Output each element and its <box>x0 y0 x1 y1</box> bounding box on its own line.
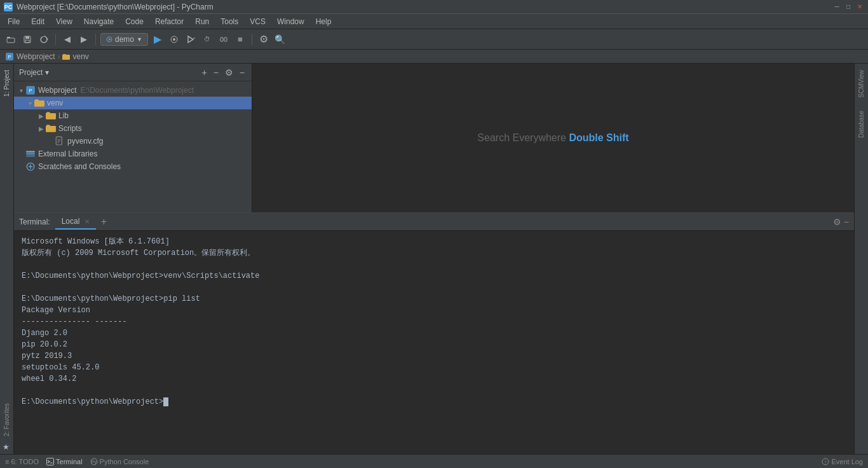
right-tab-scmview[interactable]: SCMView <box>855 66 867 102</box>
status-todo[interactable]: ≡ 6: TODO <box>5 458 39 465</box>
terminal-line-3 <box>22 259 846 270</box>
terminal-line-2: 版权所有 (c) 2009 Microsoft Corporation。保留所有… <box>22 247 846 259</box>
status-python-console[interactable]: Py Python Console <box>90 458 149 465</box>
breadcrumb-venv[interactable]: venv <box>72 52 88 61</box>
menu-vcs[interactable]: VCS <box>245 16 271 27</box>
menu-edit[interactable]: Edit <box>26 16 50 27</box>
terminal-minimize-btn[interactable]: − <box>844 217 849 227</box>
restore-button[interactable]: □ <box>844 3 853 11</box>
terminal-settings-btn[interactable]: ⚙ <box>833 217 841 227</box>
svg-rect-12 <box>220 38 223 41</box>
tree-label-scratches: Scratches and Consoles <box>38 162 121 171</box>
status-bar: ≡ 6: TODO Terminal Py Python Console ! E… <box>0 454 868 468</box>
terminal-line-15: E:\Documents\python\Webproject> <box>22 396 846 408</box>
menu-refactor[interactable]: Refactor <box>150 16 189 27</box>
tree-item-external-libs[interactable]: External Libraries <box>14 148 252 160</box>
tree-label-ext-libs: External Libraries <box>38 149 97 158</box>
tree-item-pyvenv[interactable]: pyvenv.cfg <box>14 135 252 148</box>
tree-label-pyvenv: pyvenv.cfg <box>67 137 103 146</box>
tree-arrow-webproject: ▾ <box>17 87 25 94</box>
svg-rect-18 <box>56 137 62 145</box>
close-button[interactable]: ✕ <box>855 3 864 11</box>
svg-rect-1 <box>7 38 15 43</box>
terminal-line-4: E:\Documents\python\Webproject>venv\Scri… <box>22 270 846 282</box>
terminal-tab-close[interactable]: ✕ <box>85 218 90 225</box>
svg-rect-3 <box>25 36 29 39</box>
run-config-selector[interactable]: demo ▼ <box>100 33 148 46</box>
terminal-line-1: Microsoft Windows [版本 6.1.7601] <box>22 236 846 247</box>
terminal-cursor <box>163 397 168 406</box>
debug-button[interactable] <box>167 32 181 46</box>
toolbar-sync[interactable] <box>37 32 51 46</box>
tree-item-webproject[interactable]: ▾ P Webproject E:\Documents\python\Webpr… <box>14 84 252 97</box>
tree-item-scratches[interactable]: Scratches and Consoles <box>14 160 252 173</box>
menu-help[interactable]: Help <box>311 16 337 27</box>
folder-scripts-icon <box>46 123 56 134</box>
run-config-dropdown-arrow: ▼ <box>137 36 142 43</box>
toolbar-open-dir[interactable] <box>4 32 18 46</box>
terminal-tab-local[interactable]: Local ✕ <box>55 214 96 230</box>
terminal-line-9: Django 2.0 <box>22 327 846 339</box>
tree-item-scripts[interactable]: ▶ Scripts <box>14 122 252 135</box>
menu-navigate[interactable]: Navigate <box>79 16 119 27</box>
tree-item-venv[interactable]: ▾ venv <box>14 97 252 109</box>
right-tab-database[interactable]: Database <box>855 107 867 142</box>
toolbar-search[interactable]: 🔍 <box>273 32 287 46</box>
tree-path-webproject: E:\Documents\python\Webproject <box>80 86 194 95</box>
tree-label-webproject: Webproject <box>38 86 76 95</box>
project-panel-title[interactable]: Project ▾ <box>19 68 49 77</box>
terminal-add-tab[interactable]: + <box>98 216 109 228</box>
tree-arrow-lib: ▶ <box>37 113 46 120</box>
toolbar-sep-2 <box>95 34 96 45</box>
left-tab-project[interactable]: 1: Project <box>1 66 13 100</box>
event-log-icon: ! <box>822 458 829 465</box>
right-side-tabs: SCMView Database <box>854 64 868 454</box>
status-terminal[interactable]: Terminal <box>46 458 83 465</box>
terminal-line-6: E:\Documents\python\Webproject>pip list <box>22 293 846 305</box>
run-concurrency[interactable] <box>217 32 231 46</box>
toolbar-sep-3 <box>252 34 252 45</box>
toolbar-settings[interactable]: ⚙ <box>257 32 271 46</box>
breadcrumb-project[interactable]: Webproject <box>17 52 55 61</box>
toolbar-forward[interactable]: ▶ <box>77 32 91 46</box>
toolbar-back[interactable]: ◀ <box>60 32 74 46</box>
file-pyvenv-icon <box>55 136 65 146</box>
menu-file[interactable]: File <box>3 16 25 27</box>
run-button[interactable]: ▶ <box>151 32 165 46</box>
panel-collapse-btn[interactable]: − <box>212 67 220 78</box>
terminal-content[interactable]: Microsoft Windows [版本 6.1.7601] 版权所有 (c)… <box>14 231 854 454</box>
menu-tools[interactable]: Tools <box>215 16 243 27</box>
terminal-line-10: pip 20.0.2 <box>22 339 846 350</box>
panel-add-btn[interactable]: + <box>200 67 208 78</box>
terminal-line-7: Package Version <box>22 305 846 316</box>
status-event-log[interactable]: ! Event Log <box>822 458 863 465</box>
breadcrumb-sep: › <box>57 52 60 61</box>
tree-arrow-scripts: ▶ <box>37 125 46 132</box>
run-profile[interactable]: ⏱ <box>200 32 214 46</box>
left-tab-favorites[interactable]: 2: Favorites <box>1 399 13 440</box>
run-coverage[interactable] <box>184 32 198 46</box>
svg-rect-22 <box>26 151 35 152</box>
panel-settings-btn[interactable]: ⚙ <box>223 67 235 78</box>
project-panel: Project ▾ + − ⚙ − ▾ P Webproject E:\Docu… <box>14 64 252 212</box>
menu-run[interactable]: Run <box>190 16 214 27</box>
terminal-line-5 <box>22 282 846 293</box>
tree-arrow-venv: ▾ <box>25 100 34 107</box>
breadcrumb: P Webproject › venv <box>0 50 868 64</box>
left-side-tabs: 1: Project 2: Favorites ★ <box>0 64 14 454</box>
svg-text:P: P <box>29 88 32 93</box>
terminal-section: Terminal: Local ✕ + ⚙ − Microsoft Window… <box>14 212 854 454</box>
search-everywhere-hint: Search Everywhere Double Shift <box>477 132 628 144</box>
toolbar-save[interactable] <box>20 32 34 46</box>
stop-button[interactable]: ■ <box>233 32 247 46</box>
ext-libs-icon <box>25 149 36 159</box>
menu-window[interactable]: Window <box>272 16 309 27</box>
folder-lib-icon <box>46 111 56 121</box>
python-console-icon: Py <box>90 458 98 465</box>
svg-rect-4 <box>25 40 29 43</box>
menu-code[interactable]: Code <box>120 16 149 27</box>
tree-item-lib[interactable]: ▶ Lib <box>14 109 252 122</box>
minimize-button[interactable]: ─ <box>832 3 841 11</box>
panel-minimize-btn[interactable]: − <box>238 67 247 78</box>
menu-view[interactable]: View <box>51 16 78 27</box>
